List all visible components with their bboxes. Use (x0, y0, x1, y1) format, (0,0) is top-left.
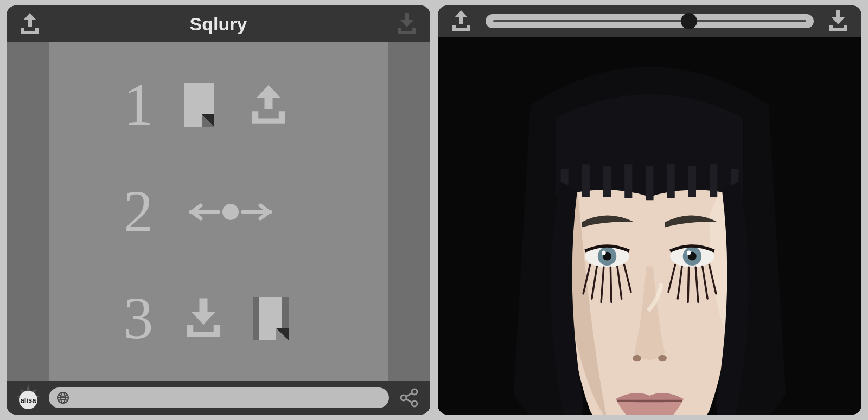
right-content (438, 37, 861, 415)
step-number: 1 (119, 70, 157, 139)
brand-text: alisa (21, 396, 37, 404)
step-1: 1 (49, 70, 388, 139)
slider-arrows-icon (179, 198, 282, 225)
preview-image (438, 37, 861, 415)
upload-icon (448, 8, 474, 34)
steps-box: 1 2 (49, 42, 388, 381)
svg-line-28 (610, 267, 611, 302)
svg-point-10 (401, 395, 406, 400)
right-panel: alisa (438, 5, 861, 415)
svg-point-20 (602, 251, 606, 255)
step-2: 2 (49, 177, 388, 246)
svg-point-37 (633, 355, 641, 362)
share-button[interactable] (395, 387, 423, 409)
effect-slider[interactable] (486, 14, 814, 28)
download-icon (394, 11, 420, 37)
svg-point-12 (412, 401, 417, 406)
share-icon (398, 387, 420, 409)
app-title: Sqlury (46, 14, 391, 35)
left-bottombar: alisa (7, 381, 430, 415)
left-panel: Sqlury 1 2 (7, 5, 430, 415)
document-icon (179, 81, 222, 130)
right-topbar (438, 5, 861, 37)
svg-line-14 (406, 399, 412, 403)
step-3: 3 (49, 284, 388, 353)
url-input[interactable] (75, 392, 381, 404)
upload-button-left[interactable] (14, 8, 46, 40)
globe-icon (56, 391, 69, 404)
upload-icon (17, 11, 43, 37)
svg-point-2 (222, 204, 239, 220)
left-content: 1 2 (7, 42, 430, 381)
svg-point-11 (412, 389, 417, 395)
step-number: 3 (119, 284, 157, 353)
download-button-right[interactable] (822, 5, 854, 37)
svg-line-33 (688, 267, 689, 302)
document-result-icon (250, 294, 293, 343)
slider-line (493, 20, 806, 22)
download-icon (179, 294, 228, 343)
step-number: 2 (119, 177, 157, 246)
upload-icon (244, 81, 293, 130)
svg-point-24 (687, 251, 691, 255)
download-icon (825, 8, 851, 34)
slider-thumb[interactable] (681, 13, 697, 29)
download-button-left-disabled (391, 8, 423, 40)
svg-point-38 (658, 355, 667, 362)
star-logo-icon: alisa (14, 384, 42, 412)
brand-logo[interactable]: alisa (14, 384, 42, 412)
portrait-illustration (438, 37, 861, 415)
upload-button-right[interactable] (445, 5, 477, 37)
url-input-container[interactable] (49, 387, 389, 408)
svg-line-13 (406, 393, 412, 397)
left-topbar: Sqlury (7, 5, 430, 42)
